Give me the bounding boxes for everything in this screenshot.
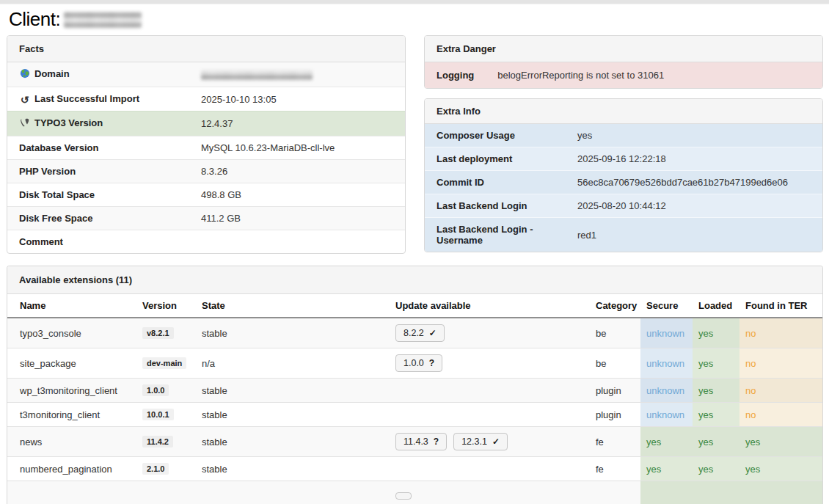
extension-update-cell: 8.2.2✓ — [390, 318, 590, 348]
fact-label: Last Successful Import — [34, 93, 139, 104]
column-header-update: Update available — [390, 294, 590, 318]
extra-info-row-label: Last deployment — [425, 147, 566, 171]
facts-row: ↺Last Successful Import2025-10-10 13:05 — [7, 87, 405, 112]
extra-info-row-value: 2025-08-20 10:44:12 — [566, 194, 822, 218]
facts-row: Comment — [7, 230, 405, 254]
fact-value-cell: MySQL 10.6.23-MariaDB-cll-lve — [189, 136, 405, 160]
update-version-button[interactable] — [395, 492, 412, 500]
column-header-name: Name — [7, 294, 136, 318]
page-title: Client: — [9, 8, 142, 31]
extension-state-cell: stable — [196, 403, 390, 427]
extension-update-cell — [390, 379, 590, 403]
extension-category-cell: plugin — [590, 403, 640, 427]
browser-chrome-edge — [0, 0, 829, 4]
extension-name: typo3_console — [20, 328, 81, 339]
fact-value: 12.4.37 — [201, 118, 233, 129]
column-header-loaded: Loaded — [693, 294, 739, 318]
fact-label-cell: Domain — [7, 62, 189, 87]
update-version-label: 8.2.2 — [403, 328, 424, 338]
extension-loaded-cell — [693, 481, 739, 504]
facts-row: Disk Free Space411.2 GB — [7, 207, 405, 230]
extension-row: wp_t3monitoring_client1.0.0stablepluginu… — [7, 379, 823, 403]
fact-value: 498.8 GB — [201, 189, 241, 200]
update-version-button[interactable]: 12.3.1✓ — [453, 433, 508, 450]
facts-row: Disk Total Space498.8 GB — [7, 183, 405, 207]
fact-value-cell: 12.4.37 — [189, 112, 405, 136]
column-header-secure: Secure — [640, 294, 693, 318]
extension-loaded-cell: yes — [693, 457, 739, 481]
extension-name-cell: site_package — [7, 348, 136, 379]
extra-info-panel-heading: Extra Info — [425, 99, 822, 124]
version-badge: 10.0.1 — [142, 409, 174, 420]
version-badge: 1.0.0 — [142, 384, 169, 396]
fact-value: 8.3.26 — [201, 166, 227, 177]
extension-name-cell: wp_t3monitoring_client — [7, 379, 136, 403]
extension-ter-cell: yes — [739, 457, 823, 481]
update-version-label: 11.4.3 — [403, 437, 428, 447]
update-version-button[interactable]: 8.2.2✓ — [395, 324, 445, 342]
update-version-button[interactable]: 11.4.3? — [395, 433, 447, 450]
extension-state-cell: stable — [196, 379, 390, 403]
extension-update-cell — [390, 457, 590, 481]
extra-danger-panel-heading: Extra Danger — [425, 36, 822, 62]
extra-info-row: Last Backend Login - Usernamered1 — [425, 218, 822, 252]
extension-row: site_packagedev-mainn/a1.0.0?beunknownye… — [7, 348, 823, 379]
page-title-label: Client: — [9, 8, 60, 31]
fact-label: PHP Version — [19, 166, 76, 177]
extra-info-panel: Extra Info Composer UsageyesLast deploym… — [424, 98, 823, 252]
fact-value: 411.2 GB — [201, 213, 241, 224]
extension-update-cell — [390, 403, 590, 427]
fact-value-cell: 8.3.26 — [189, 160, 405, 183]
extra-info-row: Commit ID56ec8ca70679e526bdd7cae61b27b47… — [425, 171, 822, 194]
extension-state-cell — [196, 481, 390, 504]
extra-danger-row: LoggingbelogErrorReporting is not set to… — [425, 62, 822, 88]
extension-secure-cell: unknown — [640, 379, 693, 403]
extensions-panel-heading: Available extensions (11) — [7, 266, 822, 294]
extra-info-row-label: Last Backend Login - Username — [425, 218, 566, 252]
extension-version-cell: 10.0.1 — [136, 403, 196, 427]
extension-state-cell: n/a — [196, 348, 390, 379]
extra-info-row-value: 56ec8ca70679e526bdd7cae61b27b47199ed6e06 — [566, 171, 822, 194]
extension-name-cell — [7, 481, 136, 504]
extra-danger-row-label: Logging — [425, 62, 486, 88]
facts-panel-heading: Facts — [7, 36, 405, 62]
column-header-category: Category — [590, 294, 640, 318]
extension-row — [7, 481, 823, 504]
fact-label: Comment — [19, 236, 63, 247]
fact-label: Database Version — [19, 142, 98, 153]
extension-row: numbered_pagination2.1.0stablefeyesyesye… — [7, 457, 823, 481]
client-name-blurred — [64, 12, 142, 28]
fact-value-blurred — [201, 70, 313, 80]
extension-secure-cell — [640, 481, 693, 504]
extension-version-cell — [136, 481, 196, 504]
typo3-icon — [19, 118, 30, 130]
facts-row: Domain — [7, 62, 405, 87]
extension-state-cell: stable — [196, 427, 390, 457]
extra-info-row-value: yes — [566, 124, 822, 147]
history-icon: ↺ — [19, 95, 30, 105]
facts-table: Domain↺Last Successful Import2025-10-10 … — [7, 62, 405, 253]
extension-secure-cell: unknown — [640, 348, 693, 379]
version-badge: 11.4.2 — [142, 436, 173, 448]
extension-version-cell: dev-main — [136, 348, 196, 379]
extension-version-cell: 1.0.0 — [136, 379, 196, 403]
extra-info-row: Last Backend Login2025-08-20 10:44:12 — [425, 194, 822, 218]
extension-name: t3monitoring_client — [20, 409, 100, 420]
extension-category-cell — [590, 481, 640, 504]
extra-info-row: Composer Usageyes — [425, 124, 822, 147]
fact-value: MySQL 10.6.23-MariaDB-cll-lve — [201, 142, 335, 153]
column-header-version: Version — [136, 294, 196, 318]
extension-name-cell: t3monitoring_client — [7, 403, 136, 427]
extension-name: news — [20, 437, 42, 448]
extra-danger-row-value: belogErrorReporting is not set to 31061 — [486, 62, 822, 88]
extension-ter-cell: no — [739, 403, 823, 427]
fact-label: Disk Total Space — [19, 189, 95, 200]
extension-name: wp_t3monitoring_client — [20, 385, 117, 396]
extension-loaded-cell: yes — [693, 348, 739, 379]
update-version-button[interactable]: 1.0.0? — [395, 354, 442, 372]
extension-ter-cell: no — [739, 348, 823, 379]
extension-ter-cell: yes — [739, 427, 823, 457]
extensions-header-row: NameVersionStateUpdate availableCategory… — [7, 294, 823, 318]
globe-icon — [19, 68, 30, 81]
version-badge: v8.2.1 — [142, 327, 174, 339]
